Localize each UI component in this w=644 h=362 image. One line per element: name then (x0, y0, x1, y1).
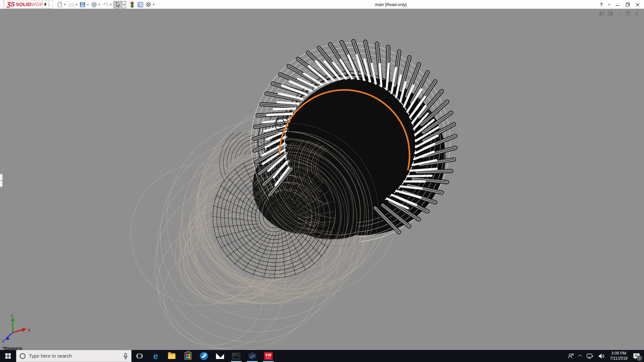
hexagon-app-icon (248, 353, 256, 360)
taskbar-mail-button[interactable] (212, 350, 228, 362)
sw-icon-text: SW (265, 353, 272, 357)
options-list-button[interactable] (137, 1, 144, 8)
taskbar-search[interactable] (16, 350, 131, 362)
graphics-viewport[interactable]: YXZ *Dimetric (0, 9, 644, 350)
cortana-icon (20, 353, 25, 359)
restore-button[interactable] (623, 1, 632, 9)
hidden-icons-button[interactable] (577, 350, 584, 362)
titlebar-divider (3, 0, 4, 9)
solidworks-2017-icon: SW 2017 (264, 352, 273, 360)
help-label: ? (600, 2, 603, 7)
document-window-controls (599, 11, 639, 16)
taskbar-command-prompt-button[interactable]: C:\_ (228, 350, 244, 362)
window-controls: ? (597, 0, 642, 9)
search-input[interactable] (29, 353, 120, 359)
action-center-button[interactable]: 3 (630, 350, 644, 362)
taskbar-edge-button[interactable]: e (148, 350, 164, 362)
help-dropdown[interactable] (607, 1, 611, 8)
taskbar-store-button[interactable] (180, 350, 196, 362)
mail-icon (216, 353, 224, 359)
new-document-button[interactable] (56, 1, 63, 8)
help-button[interactable]: ? (597, 1, 606, 9)
x-label: X (28, 328, 31, 332)
command-prompt-icon: C:\_ (232, 353, 240, 359)
screen: ƷS SOLID WORKS (0, 0, 644, 362)
taskbar-icons: e C:\_ SW (131, 350, 276, 362)
taskbar: e C:\_ SW (0, 350, 644, 362)
rebuild-traffic-light-button[interactable] (129, 1, 136, 8)
volume-button[interactable] (596, 350, 607, 362)
notification-badge: 3 (637, 356, 642, 361)
taskbar-solidworks-button[interactable]: SW 2017 (260, 350, 276, 362)
undo-button[interactable] (102, 1, 109, 8)
sw-icon-year: 2017 (266, 357, 270, 359)
file-explorer-icon (168, 353, 175, 359)
minimize-button[interactable] (613, 1, 622, 9)
system-tray: 3:09 PM 7/11/2018 3 (565, 350, 644, 362)
doc-minimize-button[interactable] (616, 11, 622, 16)
open-dropdown[interactable] (74, 1, 78, 8)
print-dropdown[interactable] (97, 1, 101, 8)
settings-gear-icon[interactable] (145, 1, 152, 8)
taskbar-file-explorer-button[interactable] (164, 350, 180, 362)
people-button[interactable] (565, 350, 577, 362)
titlebar: ƷS SOLID WORKS (0, 0, 644, 9)
dock-pane-left-icon[interactable] (599, 11, 604, 16)
taskbar-hexagon-app-button[interactable] (244, 350, 260, 362)
select-tool-button[interactable] (113, 1, 122, 8)
chevron-up-icon (578, 355, 581, 358)
start-button[interactable] (0, 350, 16, 362)
microphone-icon[interactable] (123, 353, 128, 359)
collapsed-panel-tab[interactable] (0, 174, 3, 187)
edge-icon: e (153, 352, 158, 360)
close-button[interactable] (633, 1, 642, 9)
new-document-dropdown[interactable] (63, 1, 67, 8)
wrench-tool-icon (200, 352, 208, 360)
windows-logo-icon (5, 353, 11, 359)
select-tool-dropdown[interactable] (122, 1, 126, 8)
network-button[interactable] (584, 350, 596, 362)
settings-dropdown[interactable] (152, 1, 156, 8)
document-title: main [Read-only] (349, 0, 433, 9)
menu-flyout-arrow-icon[interactable] (42, 0, 49, 9)
undo-dropdown[interactable] (109, 1, 113, 8)
ds-logo-glyph: ƷS (7, 1, 15, 8)
save-dropdown[interactable] (86, 1, 90, 8)
doc-close-button[interactable] (634, 11, 639, 16)
doc-restore-button[interactable] (625, 11, 631, 16)
task-view-button[interactable] (131, 350, 148, 362)
y-label: Y (10, 314, 13, 318)
print-button[interactable] (91, 1, 97, 8)
taskbar-wrench-tool-button[interactable] (196, 350, 212, 362)
open-button[interactable] (68, 1, 74, 8)
quick-access-toolbar (56, 0, 156, 9)
logo-solid-text: SOLID (16, 2, 31, 7)
model-canvas[interactable]: YXZ (0, 9, 644, 350)
microsoft-store-icon (184, 352, 192, 360)
view-orientation-label: *Dimetric (3, 346, 22, 350)
clock-date: 7/11/2018 (610, 356, 628, 361)
clock-time: 3:09 PM (611, 351, 626, 356)
dock-pane-right-icon[interactable] (607, 11, 613, 16)
z-label: Z (2, 339, 4, 343)
taskbar-clock[interactable]: 3:09 PM 7/11/2018 (607, 351, 631, 361)
save-button[interactable] (79, 1, 86, 8)
